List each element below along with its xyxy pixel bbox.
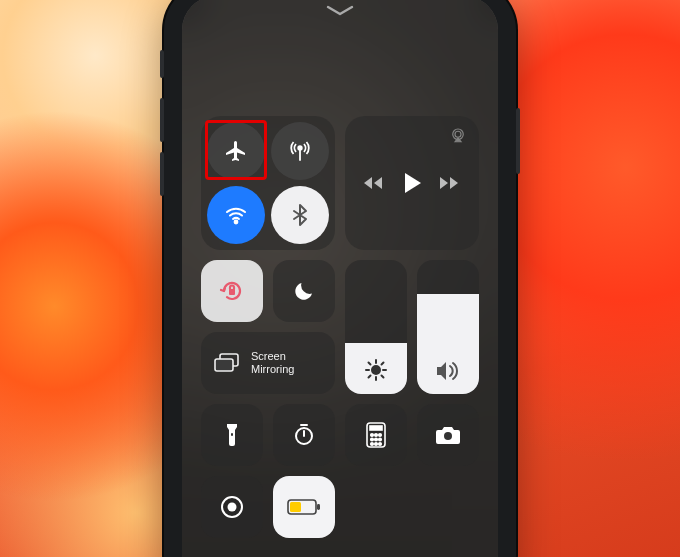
wifi-toggle[interactable] [207,186,265,244]
camera-button[interactable] [417,404,479,466]
cellular-data-toggle[interactable] [271,122,329,180]
timer-icon [292,423,316,447]
power-button [516,108,520,174]
cellular-antenna-icon [288,139,312,163]
volume-down-button [160,152,164,196]
previous-track-button[interactable] [364,175,384,191]
svg-point-19 [375,443,378,446]
svg-point-16 [375,438,378,441]
airplay-icon[interactable] [449,126,467,144]
screen-mirroring-button[interactable]: ScreenMirroring [201,332,335,394]
wifi-icon [224,203,248,227]
orientation-lock-icon [218,277,246,305]
svg-point-17 [379,438,382,441]
svg-point-13 [375,434,378,437]
svg-point-12 [371,434,374,437]
calculator-icon [366,422,386,448]
svg-point-23 [228,503,237,512]
svg-rect-7 [215,359,233,371]
next-track-button[interactable] [440,175,460,191]
bluetooth-toggle[interactable] [271,186,329,244]
svg-point-1 [235,221,238,224]
svg-point-5 [372,366,380,374]
phone-screen: ScreenMirroring [182,0,498,557]
svg-rect-11 [370,426,382,430]
chevron-down-icon[interactable] [325,4,355,18]
calculator-button[interactable] [345,404,407,466]
screen-record-button[interactable] [201,476,263,538]
bluetooth-icon [290,203,310,227]
control-center-grid: ScreenMirroring [200,116,480,538]
brightness-slider[interactable] [345,260,407,394]
mute-switch [160,50,164,78]
screen-mirroring-label: ScreenMirroring [251,350,294,376]
svg-point-15 [371,438,374,441]
flashlight-icon [224,422,240,448]
phone-frame: ScreenMirroring [164,0,516,557]
svg-rect-26 [290,502,301,512]
battery-icon [287,499,321,515]
timer-button[interactable] [273,404,335,466]
low-power-mode-toggle[interactable] [273,476,335,538]
svg-point-21 [444,432,452,440]
play-button[interactable] [402,172,422,194]
flashlight-button[interactable] [201,404,263,466]
do-not-disturb-toggle[interactable] [273,260,335,322]
svg-point-3 [455,131,461,137]
speaker-icon [435,360,461,382]
screen-mirroring-icon [213,352,241,374]
media-controls-group [345,116,479,250]
svg-rect-8 [231,433,233,436]
orientation-lock-toggle[interactable] [201,260,263,322]
svg-point-14 [379,434,382,437]
screen-record-icon [219,494,245,520]
svg-point-18 [371,443,374,446]
camera-icon [435,425,461,445]
svg-point-20 [379,443,382,446]
svg-rect-25 [317,504,320,510]
connectivity-group [201,116,335,250]
airplane-icon [224,139,248,163]
airplane-mode-toggle[interactable] [207,122,265,180]
volume-up-button [160,98,164,142]
volume-slider[interactable] [417,260,479,394]
moon-icon [292,279,316,303]
sun-icon [364,358,388,382]
